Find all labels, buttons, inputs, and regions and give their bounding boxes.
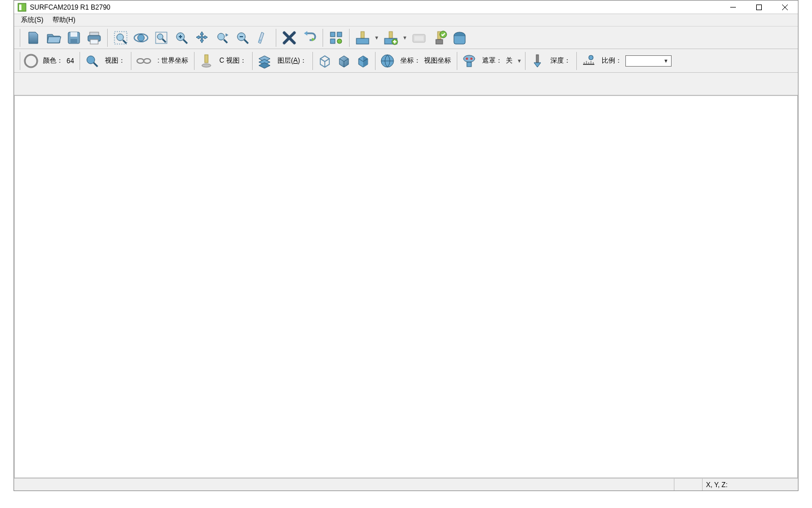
mask-value: 关	[506, 56, 516, 65]
zoom-out-button[interactable]	[233, 28, 252, 47]
status-cell-1	[674, 479, 702, 491]
scale-button[interactable]	[579, 51, 598, 71]
maximize-button[interactable]	[746, 1, 772, 14]
svg-point-50	[137, 59, 144, 63]
pan-button[interactable]	[192, 28, 211, 47]
svg-rect-36	[356, 38, 369, 44]
print-button[interactable]	[85, 28, 104, 47]
tool-2-dropdown[interactable]: ▼	[401, 35, 408, 41]
view-label: 视图：	[102, 56, 129, 65]
scale-combo[interactable]: ▼	[625, 55, 672, 67]
undo-button[interactable]	[300, 28, 319, 47]
coord-value: 视图坐标	[424, 56, 454, 65]
svg-rect-8	[70, 39, 77, 43]
zoom-window-button[interactable]	[111, 28, 130, 47]
depth-label: 深度：	[547, 56, 574, 65]
svg-point-53	[202, 64, 211, 67]
shaded-2-button[interactable]	[354, 51, 373, 71]
verify-button[interactable]	[430, 28, 449, 47]
svg-rect-9	[90, 32, 99, 36]
zoom-previous-button[interactable]	[213, 28, 232, 47]
svg-point-47	[25, 55, 37, 67]
menu-help[interactable]: 帮助(H)	[48, 14, 80, 26]
svg-point-56	[466, 58, 468, 60]
color-value: 64	[67, 57, 77, 65]
open-file-button[interactable]	[44, 28, 63, 47]
new-file-button[interactable]	[24, 28, 43, 47]
svg-rect-32	[337, 32, 342, 37]
zoom-in-button[interactable]	[172, 28, 191, 47]
status-xyz: X, Y, Z:	[702, 479, 798, 491]
svg-line-14	[123, 40, 126, 43]
operations-manager-button[interactable]	[326, 28, 346, 47]
simulate-button[interactable]	[409, 28, 429, 47]
toolbar-empty-row	[14, 73, 798, 95]
scale-label: 比例：	[598, 56, 625, 65]
color-label: 颜色：	[39, 56, 67, 65]
depth-button[interactable]	[528, 51, 547, 71]
wireframe-button[interactable]	[315, 51, 334, 71]
post-button[interactable]	[450, 28, 469, 47]
svg-line-25	[224, 40, 227, 43]
svg-point-51	[144, 59, 151, 63]
svg-rect-45	[436, 40, 443, 44]
svg-point-48	[87, 56, 95, 64]
svg-line-28	[244, 40, 248, 43]
zoom-rotate-button[interactable]	[131, 28, 151, 47]
svg-point-55	[464, 55, 475, 62]
shaded-1-button[interactable]	[334, 51, 354, 71]
tool-1-dropdown[interactable]: ▼	[373, 35, 380, 41]
svg-rect-37	[389, 32, 392, 38]
status-bar: X, Y, Z:	[14, 478, 798, 491]
menu-system[interactable]: 系统(S)	[16, 14, 48, 26]
window-title: SURFCAM2019 R1 B2790	[30, 3, 111, 11]
layer-label: 图层(A)：	[274, 56, 310, 65]
svg-rect-58	[467, 62, 471, 67]
view-button[interactable]	[82, 51, 102, 71]
svg-rect-35	[361, 32, 364, 38]
mask-button[interactable]	[460, 51, 479, 71]
tool-2-button[interactable]	[381, 28, 400, 47]
redraw-button[interactable]	[253, 28, 272, 47]
svg-point-66	[589, 55, 593, 60]
svg-point-16	[138, 34, 144, 41]
tool-1-button[interactable]	[353, 28, 372, 47]
cview-label: C 视图：	[216, 56, 250, 65]
toolbar-secondary: 颜色： 64 视图： : 世界坐标 C 视图： 图层(A)：	[14, 49, 798, 73]
app-icon	[17, 3, 27, 12]
svg-rect-7	[70, 32, 77, 37]
layer-button[interactable]	[255, 51, 274, 71]
save-button[interactable]	[64, 28, 83, 47]
toolbar-primary: ▼ ▼	[14, 27, 798, 49]
coord-label: 坐标：	[397, 56, 424, 65]
color-swatch-button[interactable]	[23, 52, 39, 69]
mask-label: 遮罩：	[479, 56, 506, 65]
svg-rect-11	[90, 40, 98, 44]
svg-point-18	[157, 34, 163, 40]
svg-rect-31	[330, 32, 335, 37]
menu-bar: 系统(S) 帮助(H)	[14, 14, 798, 27]
close-button[interactable]	[772, 1, 798, 14]
svg-rect-52	[205, 55, 208, 63]
app-window: SURFCAM2019 R1 B2790 系统(S) 帮助(H)	[14, 0, 798, 491]
svg-point-13	[117, 34, 123, 41]
svg-rect-59	[536, 55, 539, 63]
chain-icon	[134, 57, 154, 65]
delete-button[interactable]	[280, 28, 299, 47]
svg-line-23	[183, 40, 187, 43]
svg-line-49	[94, 63, 98, 67]
svg-rect-43	[414, 36, 423, 41]
world-label: : 世界坐标	[154, 56, 192, 65]
svg-rect-1	[19, 5, 21, 10]
svg-point-24	[218, 33, 224, 40]
svg-rect-33	[330, 39, 335, 43]
minimize-button[interactable]	[720, 1, 746, 14]
mask-dropdown[interactable]: ▼	[516, 58, 523, 64]
cview-button[interactable]	[197, 51, 216, 71]
svg-line-19	[162, 39, 166, 42]
svg-rect-3	[757, 5, 762, 10]
coord-button[interactable]	[378, 51, 397, 71]
title-bar: SURFCAM2019 R1 B2790	[14, 1, 798, 14]
zoom-fit-button[interactable]	[152, 28, 171, 47]
viewport[interactable]	[14, 95, 798, 478]
